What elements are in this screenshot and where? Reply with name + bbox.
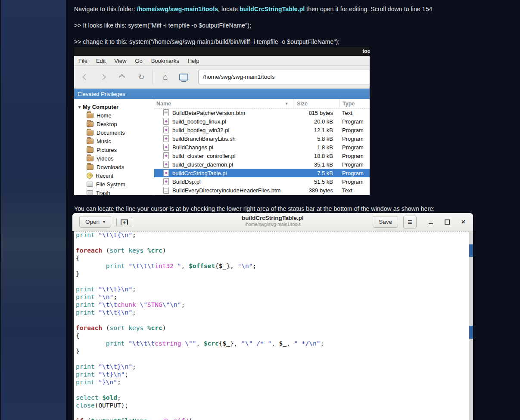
sidebar-item-label: Home [97,112,112,119]
sidebar-item-music[interactable]: Music [74,137,154,145]
sidebar-item-trash[interactable]: Trash [74,188,154,195]
sidebar-item-label: Documents [97,130,125,136]
file-row-build_bootleg_win32.pl[interactable]: build_bootleg_win32.pl12.1 kBProgram [154,126,370,134]
home-button[interactable]: ⌂ [159,66,172,88]
save-button-label: Save [379,219,392,225]
code-line [76,316,469,324]
up-icon [119,74,125,80]
icon-folder [87,147,93,153]
new-document-button[interactable] [116,217,132,227]
file-size: 1.8 kB [293,144,339,151]
path-bar-input[interactable]: /home/swg/swg-main1/tools [198,70,370,84]
minimize-button[interactable] [429,223,433,224]
code-area[interactable]: print "\t\t{\n"; foreach (sort keys %crc… [72,231,469,420]
sidebar-item-home[interactable]: Home [74,111,154,120]
code-line: { [76,254,469,262]
instruction-text: Navigate to this folder: [74,6,137,12]
instruction-text: , locate [218,6,240,12]
code-line: } [76,347,469,355]
icon-drive [87,190,93,195]
editor-scrollbar[interactable] [469,231,473,420]
icon-folder [87,156,93,161]
program-file-icon [163,144,169,151]
menu-go[interactable]: Go [131,57,146,65]
computer-button[interactable] [177,66,190,88]
file-row-build_bootleg_linux.pl[interactable]: build_bootleg_linux.pl20.0 kBProgram [154,117,370,126]
file-type: Program [339,136,370,142]
forward-button[interactable] [97,66,109,88]
file-name: build_bootleg_win32.pl [172,127,229,133]
sort-descending-icon: ▼ [285,102,289,106]
sidebar-item-videos[interactable]: Videos [74,154,154,163]
column-size-label: Size [297,101,308,107]
refresh-button[interactable]: ↻ [135,66,148,88]
program-file-icon [163,170,169,176]
sidebar-item-desktop[interactable]: Desktop [74,120,154,128]
up-button[interactable] [115,66,128,88]
file-type: Program [339,144,370,151]
icon-folder [87,113,93,118]
sidebar-item-label: Pictures [97,147,117,153]
file-size: 51.5 kB [293,179,339,185]
file-row-buildBranchBinaryLibs.sh[interactable]: buildBranchBinaryLibs.sh5.8 kBProgram [154,134,370,143]
highlighted-path: /home/swg/swg-main1/tools [137,6,218,12]
program-file-icon [163,135,169,142]
document-path: /home/swg/swg-main1/tools [242,222,304,227]
fm-titlebar[interactable]: tools [74,47,370,56]
sidebar-item-recent[interactable]: Recent [74,171,154,180]
menu-bookmarks[interactable]: Bookmarks [147,57,184,65]
menu-view[interactable]: View [110,57,131,65]
file-row-BuildChanges.pl[interactable]: BuildChanges.pl1.8 kBProgram [154,143,370,151]
file-size: 12.1 kB [293,127,339,133]
column-header-size[interactable]: Size [293,99,339,108]
scrollbar-mark [469,326,473,339]
code-line: foreach (sort keys %crc) [76,324,469,332]
sidebar-item-pictures[interactable]: Pictures [74,145,154,154]
fm-list-header: Name ▼ Size Type [154,99,370,108]
code-line: print "}\n"; [76,378,469,386]
open-button[interactable]: Open ▾ [79,216,111,228]
sidebar-item-documents[interactable]: Documents [74,128,154,137]
file-row-BuildEveryDirectoryIncludeHeaderFiles.btm[interactable]: BuildEveryDirectoryIncludeHeaderFiles.bt… [154,186,370,195]
file-row-build_cluster_daemon.pl[interactable]: build_cluster_daemon.pl35.1 kBProgram [154,160,370,169]
menu-help[interactable]: Help [184,57,204,65]
program-file-icon [163,178,169,185]
menu-button[interactable]: ≡ [403,216,417,229]
file-row-build_cluster_controller.pl[interactable]: build_cluster_controller.pl18.8 kBProgra… [154,151,370,160]
code-line: print "\t\t{\n"; [76,231,469,239]
file-name: build_cluster_controller.pl [172,153,236,159]
sidebar-item-downloads[interactable]: Downloads [74,163,154,171]
instruction-line-1: Navigate to this folder: /home/swg/swg-m… [74,6,432,12]
save-button[interactable]: Save [373,216,398,228]
file-size: 7.5 kB [293,170,339,176]
file-name: build_cluster_daemon.pl [172,161,233,168]
close-button[interactable]: × [461,219,465,225]
file-row-BuildDsp.pl[interactable]: BuildDsp.pl51.5 kBProgram [154,177,370,186]
file-size: 5.8 kB [293,136,339,142]
file-name: build_bootleg_linux.pl [172,118,226,125]
column-name-label: Name [156,101,171,107]
column-type-label: Type [343,101,355,107]
sidebar-root-my-computer[interactable]: ▾ My Computer [74,102,154,111]
menu-file[interactable]: File [74,57,92,65]
column-header-name[interactable]: Name ▼ [154,101,293,107]
window-controls: × [429,219,465,225]
file-name: buildCrcStringTable.pl [172,170,227,176]
code-line: print "\t\t\tcstring \"", $crc{$_}, "\" … [76,340,469,347]
chevron-down-icon: ▾ [103,219,105,224]
file-row-BuildBetaPatcherVersion.btm[interactable]: BuildBetaPatcherVersion.btm815 bytesText [154,108,370,117]
back-button[interactable] [79,66,92,88]
column-header-type[interactable]: Type [339,99,370,108]
instruction-text: then open it for editing. Scroll down to… [305,6,432,12]
expander-icon[interactable]: ▾ [78,105,81,109]
menu-edit[interactable]: Edit [92,57,110,65]
sidebar-item-file-system[interactable]: File System [74,180,154,188]
file-type: Text [339,110,370,116]
code-line: { [76,332,469,340]
program-file-icon [163,118,169,125]
file-row-buildCrcStringTable.pl[interactable]: buildCrcStringTable.pl7.5 kBProgram [154,169,370,177]
hamburger-icon: ≡ [408,218,412,226]
maximize-button[interactable] [445,219,450,225]
document-title: buildCrcStringTable.pl [242,215,304,221]
code-line [76,239,469,247]
